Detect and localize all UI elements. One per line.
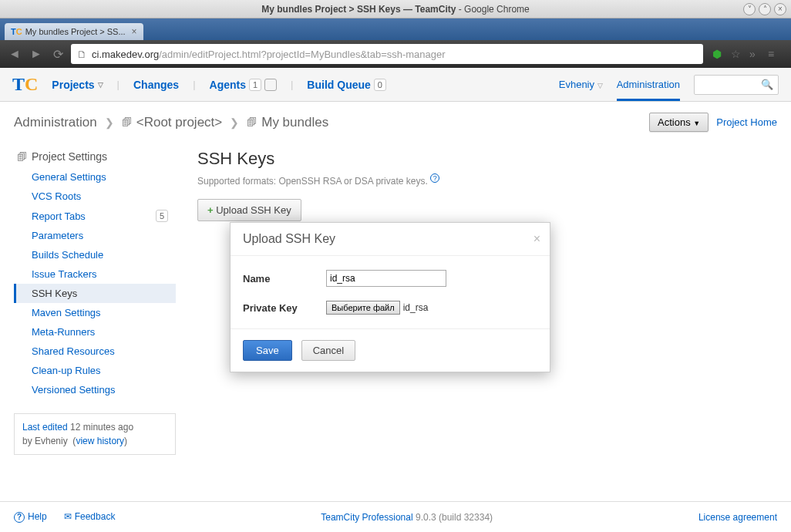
breadcrumb-admin[interactable]: Administration bbox=[14, 115, 97, 130]
breadcrumb: Administration ❯ 🗐 <Root project> ❯ 🗐 My… bbox=[0, 102, 791, 140]
tab-close-icon[interactable]: × bbox=[132, 26, 137, 37]
help-link[interactable]: ?Help bbox=[14, 511, 47, 523]
page-header: TC Projects ▽ | Changes | Agents 1 | Bui… bbox=[0, 68, 791, 102]
cancel-button[interactable]: Cancel bbox=[301, 340, 355, 361]
last-edited-box: Last edited 12 minutes ago by Evheniy (v… bbox=[14, 413, 176, 455]
sidebar-item-label: Clean-up Rules bbox=[32, 365, 101, 376]
sidebar-item-label: General Settings bbox=[32, 171, 106, 183]
chevron-right-icon[interactable]: » bbox=[749, 48, 762, 60]
close-icon[interactable]: × bbox=[534, 232, 540, 246]
sidebar-item-label: Parameters bbox=[32, 230, 83, 241]
sidebar-item-report-tabs[interactable]: Report Tabs5 bbox=[14, 206, 176, 226]
license-link[interactable]: License agreement bbox=[698, 512, 777, 523]
sidebar: 🗐 Project Settings General SettingsVCS R… bbox=[14, 146, 176, 455]
last-edited-link[interactable]: Last edited bbox=[22, 422, 68, 433]
page-footer: ?Help ✉Feedback TeamCity Professional 9.… bbox=[0, 501, 791, 523]
nav-projects[interactable]: Projects ▽ bbox=[52, 79, 103, 91]
nav-build-queue[interactable]: Build Queue 0 bbox=[307, 79, 385, 91]
chevron-right-icon: ❯ bbox=[105, 116, 114, 129]
project-icon: 🗐 bbox=[17, 151, 27, 163]
sidebar-item-label: Report Tabs bbox=[32, 210, 86, 222]
page-icon: 🗋 bbox=[77, 49, 87, 60]
name-label: Name bbox=[243, 273, 326, 285]
page-title: SSH Keys bbox=[197, 149, 777, 169]
nav-administration[interactable]: Administration bbox=[617, 79, 680, 101]
abp-icon[interactable]: ⬢ bbox=[712, 48, 725, 60]
actions-button[interactable]: Actions ▼ bbox=[649, 113, 709, 132]
forward-icon: ► bbox=[28, 45, 45, 62]
help-icon[interactable]: ? bbox=[430, 173, 439, 183]
view-history-link[interactable]: view history bbox=[76, 436, 124, 446]
sidebar-item-label: Builds Schedule bbox=[32, 249, 103, 261]
product-link[interactable]: TeamCity Professional bbox=[321, 512, 412, 523]
url-input[interactable]: 🗋 ci.makedev.org/admin/editProject.html?… bbox=[71, 44, 703, 64]
reload-icon[interactable]: ⟳ bbox=[49, 45, 66, 62]
sidebar-item-label: Meta-Runners bbox=[32, 326, 95, 338]
chevron-right-icon: ❯ bbox=[230, 116, 239, 129]
sidebar-item-meta-runners[interactable]: Meta-Runners bbox=[14, 322, 176, 342]
sidebar-item-label: VCS Roots bbox=[32, 190, 81, 202]
browser-tabstrip: TC My bundles Project > SS... × bbox=[0, 19, 791, 40]
close-window-icon[interactable]: × bbox=[774, 3, 786, 15]
chevron-down-icon: ▽ bbox=[98, 81, 103, 89]
sidebar-item-issue-trackers[interactable]: Issue Trackers bbox=[14, 264, 176, 284]
sidebar-item-shared-resources[interactable]: Shared Resources bbox=[14, 342, 176, 361]
back-icon[interactable]: ◄ bbox=[6, 45, 23, 62]
sidebar-item-ssh-keys[interactable]: SSH Keys bbox=[14, 284, 176, 303]
private-key-label: Private Key bbox=[243, 302, 326, 314]
breadcrumb-root-project[interactable]: 🗐 <Root project> bbox=[122, 115, 223, 130]
sidebar-title: 🗐 Project Settings bbox=[14, 146, 176, 167]
search-icon: 🔍 bbox=[761, 79, 773, 90]
browser-toolbar: ◄ ► ⟳ 🗋 ci.makedev.org/admin/editProject… bbox=[0, 40, 791, 68]
minimize-icon[interactable]: ˅ bbox=[743, 3, 756, 15]
tab-favicon-icon: TC bbox=[11, 27, 22, 36]
plus-icon: + bbox=[207, 204, 214, 216]
tab-title: My bundles Project > SS... bbox=[25, 27, 126, 36]
sidebar-item-label: Versioned Settings bbox=[32, 384, 115, 396]
maximize-icon[interactable]: ˄ bbox=[759, 3, 771, 15]
sidebar-item-versioned-settings[interactable]: Versioned Settings bbox=[14, 380, 176, 399]
chevron-down-icon: ▽ bbox=[597, 82, 603, 89]
save-button[interactable]: Save bbox=[243, 340, 292, 361]
feedback-link[interactable]: ✉Feedback bbox=[64, 511, 116, 523]
choose-file-button[interactable]: Выберите файл bbox=[326, 301, 400, 315]
name-input[interactable] bbox=[326, 270, 446, 287]
breadcrumb-current: 🗐 My bundles bbox=[247, 115, 328, 130]
mail-icon: ✉ bbox=[64, 511, 72, 522]
search-input[interactable]: 🔍 bbox=[694, 75, 779, 95]
page-subtitle: Supported formats: OpenSSH RSA or DSA pr… bbox=[197, 173, 777, 187]
sidebar-item-label: Shared Resources bbox=[32, 345, 115, 357]
upload-ssh-key-modal: Upload SSH Key × Name Private Key Выбери… bbox=[230, 222, 550, 372]
sidebar-item-parameters[interactable]: Parameters bbox=[14, 226, 176, 245]
project-home-link[interactable]: Project Home bbox=[716, 116, 777, 128]
sidebar-badge: 5 bbox=[156, 210, 168, 222]
sidebar-item-general-settings[interactable]: General Settings bbox=[14, 167, 176, 187]
chosen-file-name: id_rsa bbox=[403, 302, 429, 313]
sidebar-item-label: Issue Trackers bbox=[32, 268, 97, 280]
project-icon: 🗐 bbox=[122, 116, 132, 128]
upload-ssh-key-button[interactable]: + Upload SSH Key bbox=[197, 199, 301, 221]
teamcity-logo[interactable]: TC bbox=[12, 74, 38, 95]
sidebar-item-builds-schedule[interactable]: Builds Schedule bbox=[14, 245, 176, 264]
help-icon: ? bbox=[14, 512, 25, 523]
os-title: My bundles Project > SSH Keys — TeamCity… bbox=[261, 4, 530, 15]
sidebar-item-clean-up-rules[interactable]: Clean-up Rules bbox=[14, 361, 176, 380]
nav-changes[interactable]: Changes bbox=[133, 79, 179, 91]
nav-agents[interactable]: Agents 1 bbox=[210, 79, 277, 91]
user-menu[interactable]: Evheniy ▽ bbox=[559, 79, 603, 90]
browser-tab[interactable]: TC My bundles Project > SS... × bbox=[5, 23, 143, 40]
sidebar-item-label: Maven Settings bbox=[32, 307, 101, 318]
project-icon: 🗐 bbox=[247, 116, 257, 128]
sidebar-item-maven-settings[interactable]: Maven Settings bbox=[14, 303, 176, 322]
agents-checkbox[interactable] bbox=[264, 79, 277, 91]
modal-title: Upload SSH Key × bbox=[231, 223, 550, 256]
os-titlebar: My bundles Project > SSH Keys — TeamCity… bbox=[0, 0, 791, 19]
sidebar-item-vcs-roots[interactable]: VCS Roots bbox=[14, 187, 176, 206]
menu-icon[interactable]: ≡ bbox=[768, 48, 780, 60]
sidebar-item-label: SSH Keys bbox=[32, 288, 77, 299]
star-icon[interactable]: ☆ bbox=[731, 48, 743, 60]
